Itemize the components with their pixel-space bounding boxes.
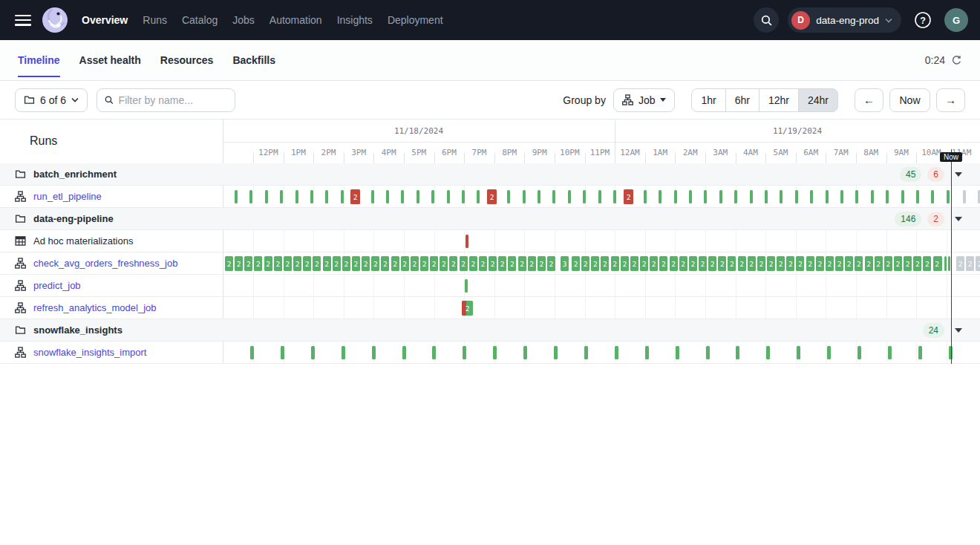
run-bar-success[interactable]: 2 [391,256,399,271]
run-bar-success[interactable]: 2 [670,256,678,271]
run-bar-success[interactable] [855,190,858,203]
run-bar-success[interactable]: 2 [508,256,516,271]
row-label[interactable]: snowflake_insights_import [33,347,146,358]
run-bar-success[interactable] [944,256,947,271]
filter-input[interactable] [119,94,227,106]
run-bar-success[interactable]: 2 [659,256,667,271]
expand-caret-icon[interactable] [955,172,962,177]
run-bar-future[interactable]: 2 [956,256,964,271]
run-bar-success[interactable]: 2 [748,256,756,271]
run-bar-failure[interactable] [466,235,468,248]
job-scope-filter-button[interactable]: 6 of 6 [15,88,88,112]
tab-asset-health[interactable]: Asset health [79,40,141,80]
run-bar-success[interactable] [325,190,328,203]
tab-timeline[interactable]: Timeline [18,40,60,80]
run-bar-success[interactable]: 2 [538,256,546,271]
run-bar-success[interactable]: 2 [469,256,477,271]
run-bar-future[interactable]: 2 [976,256,980,271]
run-bar-success[interactable] [463,346,466,359]
run-bar-mixed[interactable]: 2 [462,301,473,316]
expand-caret-icon[interactable] [955,328,962,333]
run-bar-success[interactable]: 2 [460,256,468,271]
run-bar-success[interactable]: 2 [845,256,853,271]
tab-resources[interactable]: Resources [160,40,214,80]
run-bar-success[interactable] [295,190,298,203]
run-bar-success[interactable]: 2 [352,256,360,271]
run-bar-success[interactable]: 2 [806,256,814,271]
run-bar-success[interactable] [659,190,662,203]
run-bar-future[interactable]: 2 [966,256,974,271]
run-bar-success[interactable]: 2 [650,256,658,271]
run-bar-success[interactable]: 2 [738,256,746,271]
run-bar-success[interactable]: 2 [411,256,419,271]
run-bar-success[interactable] [918,346,922,359]
run-bar-success[interactable]: 2 [786,256,794,271]
run-bar-success[interactable]: 2 [894,256,902,271]
run-bar-success[interactable]: 2 [855,256,863,271]
run-bar-success[interactable]: 2 [728,256,736,271]
run-bar-success[interactable] [554,346,558,359]
run-bar-success[interactable]: 2 [547,256,555,271]
run-bar-success[interactable]: 2 [718,256,726,271]
run-bar-success[interactable]: 2 [342,256,350,271]
run-bar-success[interactable] [797,346,800,359]
run-bar-success[interactable]: 2 [293,256,301,271]
run-bar-success[interactable] [583,190,586,203]
range-24hr[interactable]: 24hr [798,88,838,112]
run-bar-success[interactable] [465,279,468,293]
expand-caret-icon[interactable] [955,217,962,221]
run-bar-success[interactable] [947,190,950,203]
run-bar-success[interactable] [916,190,919,203]
run-bar-success[interactable]: 2 [923,256,931,271]
run-bar-success[interactable]: 2 [381,256,389,271]
run-bar-success[interactable] [734,190,737,203]
run-bar-success[interactable]: 2 [581,256,589,271]
run-bar-success[interactable]: 2 [884,256,892,271]
run-bar-success[interactable]: 2 [572,256,580,271]
run-bar-success[interactable] [280,190,283,203]
run-bar-failure[interactable]: 2 [487,189,497,204]
run-bar-success[interactable] [810,190,813,203]
tab-backfills[interactable]: Backfills [232,40,275,80]
run-bar-success[interactable]: 2 [621,256,629,271]
run-bar-success[interactable]: 2 [528,256,536,271]
run-bar-success[interactable]: 2 [284,256,292,271]
run-bar-success[interactable] [552,190,555,203]
run-bar-success[interactable] [888,346,892,359]
run-bar-success[interactable]: 2 [420,256,428,271]
run-bar-success[interactable] [886,190,889,203]
run-bar-success[interactable] [931,190,934,203]
run-bar-success[interactable]: 2 [333,256,341,271]
run-bar-success[interactable] [736,346,739,359]
run-bar-success[interactable] [826,190,829,203]
run-bar-success[interactable] [341,190,344,203]
range-6hr[interactable]: 6hr [725,88,760,112]
row-label[interactable]: predict_job [33,280,81,291]
run-bar-success[interactable] [750,190,753,203]
run-bar-success[interactable] [795,190,798,203]
nav-item-deployment[interactable]: Deployment [388,14,443,26]
run-bar-success[interactable]: 2 [244,256,252,271]
run-bar-success[interactable]: 2 [264,256,272,271]
run-bar-success[interactable]: 2 [757,256,765,271]
run-bar-success[interactable] [615,346,618,359]
run-bar-success[interactable]: 2 [630,256,638,271]
run-bar-success[interactable] [493,346,497,359]
dagster-logo-icon[interactable] [42,7,68,33]
range-1hr[interactable]: 1hr [691,88,725,112]
run-bar-success[interactable]: 2 [303,256,311,271]
run-bar-success[interactable]: 2 [835,256,843,271]
nav-item-insights[interactable]: Insights [337,14,373,26]
run-bar-success[interactable]: 2 [235,256,243,271]
run-bar-success[interactable] [538,190,540,203]
row-label[interactable]: refresh_analytics_model_job [33,302,156,313]
run-bar-success[interactable] [719,190,722,203]
run-bar-success[interactable] [901,190,904,203]
run-bar-success[interactable]: 3 [561,256,569,271]
run-bar-success[interactable]: 2 [904,256,912,271]
nav-item-jobs[interactable]: Jobs [232,14,255,26]
run-bar-success[interactable]: 2 [489,256,497,271]
run-bar-success[interactable] [858,346,861,359]
timeline-now-button[interactable]: Now [889,88,930,112]
run-bar-success[interactable]: 2 [498,256,506,271]
